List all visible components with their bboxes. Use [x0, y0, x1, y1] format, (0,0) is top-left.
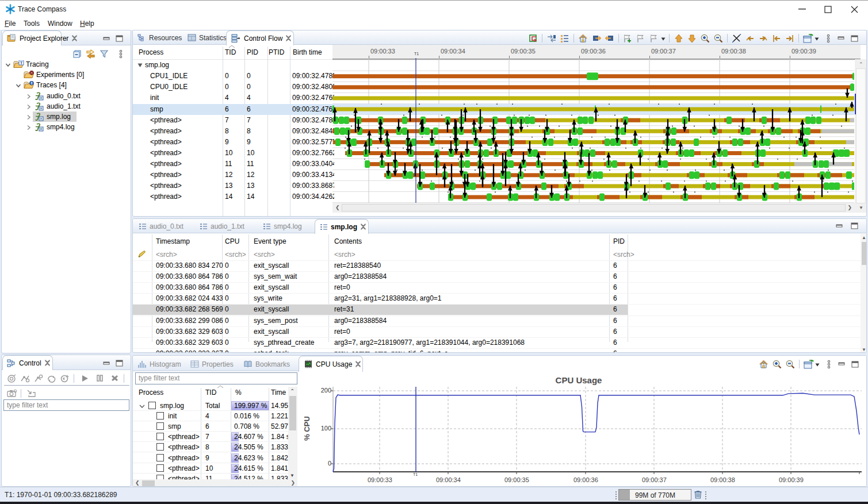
svg-text:T: T — [20, 60, 23, 66]
